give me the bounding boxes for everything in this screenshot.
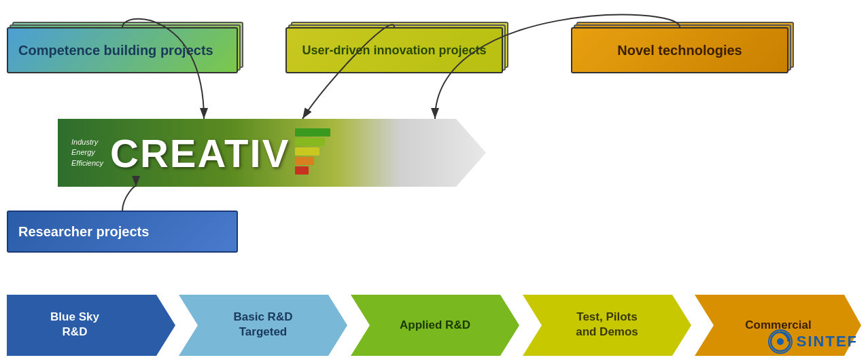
chevron-label-and-demos: and Demos <box>576 325 638 338</box>
competence-label: Competence building projects <box>18 43 213 58</box>
chevron-label-blue-sky: Blue Sky <box>50 310 99 323</box>
user-driven-label: User-driven innovation projects <box>302 43 486 58</box>
creativ-main-text: CREATIV <box>110 130 290 176</box>
novel-tech-box: Novel technologies <box>571 27 788 73</box>
chevron-svg: Blue Sky R&D Basic R&D Targeted Applied … <box>7 295 861 356</box>
top-section: Competence building projects User-driven… <box>0 0 868 265</box>
sintef-logo: SINTEF <box>768 329 858 354</box>
creativ-banner: Industry Energy Efficiency CREATIV <box>58 119 486 187</box>
user-driven-box: User-driven innovation projects <box>285 27 503 73</box>
creativ-line2: Energy <box>71 148 95 156</box>
energy-bar-yellow-green <box>295 138 325 146</box>
sintef-circle-icon <box>768 329 793 354</box>
novel-tech-group: Novel technologies <box>571 27 788 73</box>
creativ-line1: Industry <box>71 138 98 146</box>
novel-tech-front: Novel technologies <box>571 27 788 73</box>
researcher-label: Researcher projects <box>18 224 149 240</box>
competence-group: Competence building projects <box>7 27 238 73</box>
chevron-label-applied-rd: Applied R&D <box>400 318 470 331</box>
energy-bar-green <box>295 128 330 136</box>
creativ-left-text: Industry Energy Efficiency <box>71 137 103 168</box>
competence-front: Competence building projects <box>7 27 238 73</box>
chevron-row: Blue Sky R&D Basic R&D Targeted Applied … <box>0 293 868 357</box>
chevron-label-rd: R&D <box>63 325 88 338</box>
novel-tech-label: Novel technologies <box>617 43 742 58</box>
sintef-text: SINTEF <box>797 333 858 350</box>
creativ-line3: Efficiency <box>71 159 103 167</box>
energy-bars <box>295 128 330 175</box>
energy-bar-red <box>295 166 309 175</box>
chevron-label-basic-rd: Basic R&D <box>234 310 293 323</box>
user-driven-front: User-driven innovation projects <box>285 27 503 73</box>
chevron-blue-sky <box>7 295 175 356</box>
researcher-projects-box: Researcher projects <box>7 211 238 253</box>
svg-point-2 <box>777 338 784 345</box>
chevron-label-targeted: Targeted <box>239 325 288 338</box>
user-driven-group: User-driven innovation projects <box>285 27 503 73</box>
energy-bar-yellow <box>295 147 319 156</box>
chevron-label-test-pilots: Test, Pilots <box>576 310 637 323</box>
competence-box: Competence building projects <box>7 27 238 73</box>
energy-bar-orange <box>295 157 314 165</box>
